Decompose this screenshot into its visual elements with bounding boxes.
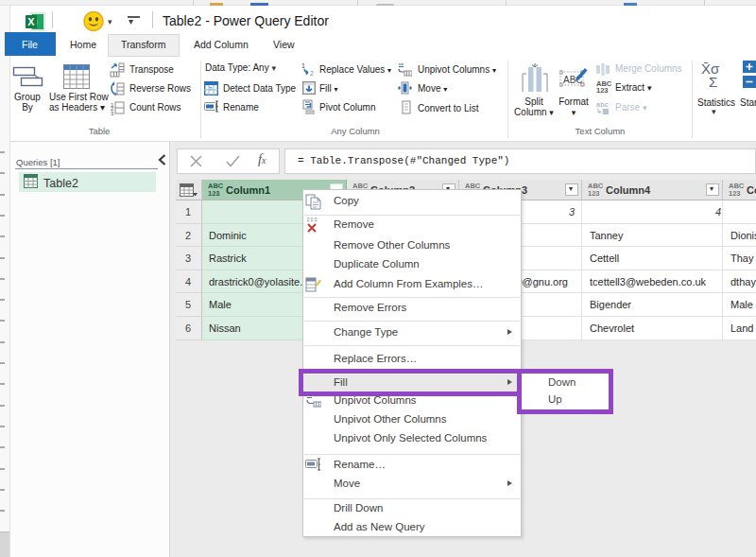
svg-text:Σ: Σ [709, 74, 717, 89]
svg-text:2: 2 [310, 70, 314, 77]
svg-text:X: X [27, 16, 35, 27]
svg-text:1: 1 [301, 62, 305, 69]
svg-text:3: 3 [111, 111, 114, 116]
